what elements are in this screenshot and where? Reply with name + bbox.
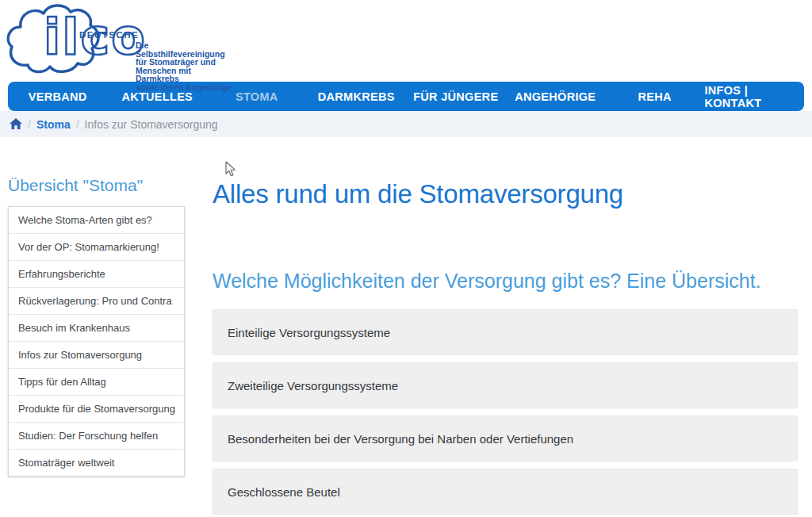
breadcrumb: / Stoma / Infos zur Stomaversorgung — [0, 111, 812, 137]
sidebar-item-tipps-alltag[interactable]: Tipps für den Alltag — [9, 369, 184, 396]
accordion-besonderheiten-narben[interactable]: Besonderheiten bei der Versorgung bei Na… — [213, 416, 798, 461]
sidebar: Übersicht "Stoma" Welche Stoma-Arten gib… — [8, 137, 185, 517]
sidebar-item-besuch-krankenhaus[interactable]: Besuch im Krankenhaus — [9, 315, 184, 342]
sidebar-item-stomamarkierung[interactable]: Vor der OP: Stomamarkierung! — [9, 234, 184, 261]
sidebar-item-produkte[interactable]: Produkte für die Stomaversorgung — [9, 396, 184, 423]
nav-item-fuer-juengere[interactable]: FÜR JÜNGERE — [406, 82, 506, 111]
tagline-line: Die Selbsthilfevereinigung — [136, 41, 236, 58]
accordion-zweiteilige-systeme[interactable]: Zweiteilige Versorgungssysteme — [213, 362, 798, 408]
main-column: Alles rund um die Stomaversorgung Welche… — [213, 137, 798, 517]
sidebar-item-infos-stomaversorgung[interactable]: Infos zur Stomaversorgung — [9, 342, 184, 369]
brand-tagline: Die Selbsthilfevereinigung für Stomaträg… — [136, 41, 236, 91]
page-title: Alles rund um die Stomaversorgung — [213, 179, 798, 209]
accordion-einteilige-systeme[interactable]: Einteilige Versorgungssysteme — [213, 309, 798, 355]
nav-item-angehoerige[interactable]: ANGEHÖRIGE — [506, 82, 606, 111]
sidebar-item-stomatraeger-weltweit[interactable]: Stomaträger weltweit — [9, 450, 184, 476]
breadcrumb-separator: / — [28, 118, 31, 131]
nav-item-reha[interactable]: REHA — [605, 82, 705, 111]
nav-item-verband[interactable]: VERBAND — [8, 82, 108, 111]
site-header: ilco DEUTSCHE Die Selbsthilfevereinigung… — [0, 0, 812, 82]
home-icon[interactable] — [10, 118, 22, 130]
nav-item-darmkrebs[interactable]: DARMKREBS — [307, 82, 407, 111]
page: ilco DEUTSCHE Die Selbsthilfevereinigung… — [0, 0, 812, 517]
sidebar-item-stoma-arten[interactable]: Welche Stoma-Arten gibt es? — [9, 207, 184, 234]
main-nav: VERBAND AKTUELLES STOMA DARMKREBS FÜR JÜ… — [8, 82, 804, 111]
content-area: Übersicht "Stoma" Welche Stoma-Arten gib… — [0, 137, 812, 517]
brand-label: DEUTSCHE — [79, 30, 139, 40]
sidebar-item-rueckverlagerung[interactable]: Rückverlagerung: Pro und Contra — [9, 288, 184, 315]
sidebar-menu: Welche Stoma-Arten gibt es? Vor der OP: … — [8, 206, 185, 477]
breadcrumb-separator: / — [76, 118, 79, 131]
breadcrumb-link-stoma[interactable]: Stoma — [36, 118, 71, 131]
accordion-list: Einteilige Versorgungssysteme Zweiteilig… — [213, 309, 798, 515]
sidebar-item-erfahrungsberichte[interactable]: Erfahrungsberichte — [9, 261, 184, 288]
nav-item-infos-kontakt[interactable]: INFOS | KONTAKT — [705, 82, 805, 111]
tagline-line: Menschen mit Darmkrebs — [136, 67, 236, 83]
tagline-line: sowie deren Angehörige — [136, 83, 236, 92]
accordion-geschlossene-beutel[interactable]: Geschlossene Beutel — [213, 469, 798, 515]
sidebar-item-studien[interactable]: Studien: Der Forschung helfen — [9, 423, 184, 450]
page-subtitle: Welche Möglichkeiten der Versorgung gibt… — [213, 270, 798, 293]
ilco-logo[interactable]: ilco DEUTSCHE Die Selbsthilfevereinigung… — [6, 2, 236, 81]
sidebar-heading: Übersicht "Stoma" — [8, 176, 185, 195]
tagline-line: für Stomaträger und — [136, 58, 236, 67]
breadcrumb-current-page: Infos zur Stomaversorgung — [85, 118, 218, 131]
